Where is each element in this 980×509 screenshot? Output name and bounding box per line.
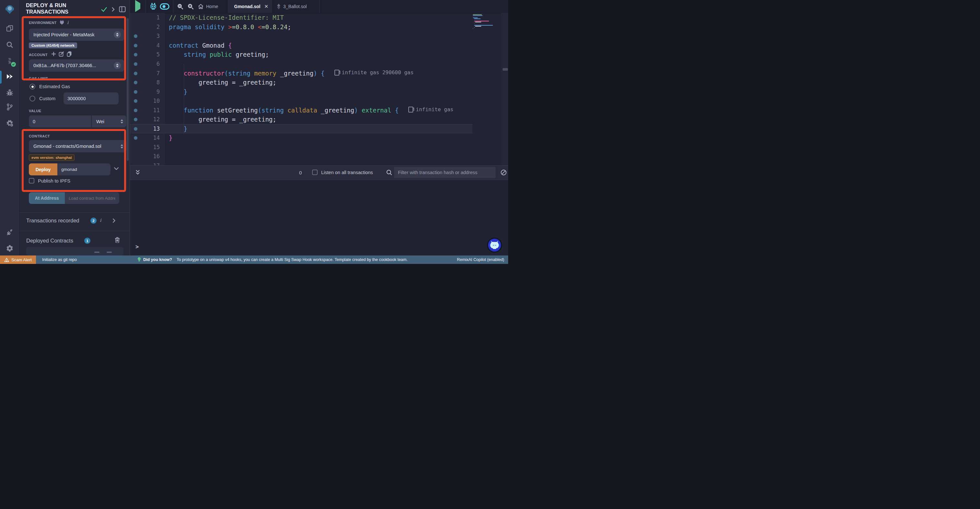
editor-minimap[interactable] (473, 14, 502, 32)
git-icon[interactable] (6, 103, 14, 111)
publish-ipfs-checkbox[interactable] (29, 178, 34, 183)
environment-select[interactable]: Injected Provider - MetaMask (29, 29, 124, 41)
clear-deployed-trash-icon[interactable] (115, 237, 120, 243)
code-line[interactable]: 7 constructor(string memory _greeting) {… (130, 69, 508, 78)
code-line[interactable]: 8 greeting = _greeting; (130, 78, 508, 87)
robot-face-icon (490, 241, 500, 249)
account-label: ACCOUNT (29, 53, 48, 57)
code-line[interactable]: 17 (130, 161, 508, 165)
code-viewport[interactable]: 1// SPDX-License-Identifier: MIT2pragma … (130, 13, 508, 165)
remixai-copilot-status[interactable]: RemixAI Copilot (enabled) (457, 255, 504, 264)
code-line[interactable]: 4contract Gmonad { (130, 41, 508, 50)
environment-info-icon[interactable]: i (67, 20, 68, 25)
code-line[interactable]: 16 (130, 152, 508, 161)
gas-pump-icon (408, 107, 413, 113)
run-script-button[interactable] (135, 3, 140, 9)
solidity-file-icon (277, 3, 281, 10)
gutter-dot[interactable] (134, 90, 137, 94)
at-address-input[interactable] (65, 192, 119, 204)
at-address-button[interactable]: At Address (29, 192, 65, 204)
git-init-button[interactable]: Initialize as git repo (42, 255, 77, 264)
remixai-robot-icon[interactable] (150, 3, 157, 10)
code-line[interactable]: 14} (130, 133, 508, 143)
editor-tabbar: Home Gmonad.sol ✕ 3_Ballot.sol (130, 0, 508, 13)
transactions-expand-chevron-icon[interactable] (113, 218, 115, 223)
code-line[interactable]: 12 greeting = _greeting; (130, 115, 508, 124)
code-line[interactable]: 11 function setGreeting(string calldata … (130, 105, 508, 115)
expand-terminal-icon[interactable] (135, 169, 140, 176)
custom-gas-input[interactable] (64, 93, 119, 104)
gutter-dot[interactable] (134, 99, 137, 103)
solidity-compiler-icon[interactable] (6, 57, 14, 65)
value-unit-select[interactable]: Wei (92, 115, 126, 128)
add-account-icon[interactable] (51, 51, 56, 56)
gutter-dot[interactable] (134, 62, 137, 66)
tab-home[interactable]: Home (194, 0, 222, 13)
transactions-info-icon[interactable]: i (100, 217, 101, 223)
deployed-contracts-label: Deployed Contracts (26, 238, 73, 244)
expand-icon[interactable] (107, 252, 112, 253)
edit-account-icon[interactable] (59, 51, 64, 57)
zoom-out-icon[interactable] (177, 3, 184, 10)
deploy-run-icon[interactable] (6, 73, 14, 80)
deploy-arg-input[interactable] (57, 163, 110, 176)
gutter-dot[interactable] (134, 109, 137, 112)
gutter-dot[interactable] (134, 72, 137, 75)
code-line[interactable]: 1// SPDX-License-Identifier: MIT (130, 13, 508, 22)
environment-plug-icon[interactable] (60, 20, 64, 25)
remix-logo-icon[interactable] (5, 5, 14, 14)
custom-gas-radio[interactable] (30, 96, 35, 102)
transaction-filter-input[interactable] (394, 167, 495, 178)
code-line[interactable]: 15 (130, 143, 508, 152)
scam-alert-button[interactable]: Scam Alert (0, 255, 36, 264)
terminal-search-icon[interactable] (386, 169, 393, 176)
code-line[interactable]: 9 } (130, 87, 508, 96)
copy-account-icon[interactable] (67, 51, 72, 57)
listen-transactions-checkbox[interactable] (312, 169, 318, 175)
debugger-icon[interactable] (6, 89, 14, 97)
tab-ballot[interactable]: 3_Ballot.sol (273, 0, 320, 13)
close-tab-icon[interactable]: ✕ (264, 3, 268, 10)
code-line[interactable]: 6 (130, 59, 508, 69)
file-explorer-icon[interactable] (6, 25, 14, 32)
tab-gmonad[interactable]: Gmonad.sol ✕ (227, 0, 272, 13)
gutter-dot[interactable] (134, 81, 137, 84)
editor-scrollbar-thumb[interactable] (503, 68, 508, 71)
settings-icon[interactable] (6, 244, 14, 252)
warning-triangle-icon (4, 258, 9, 262)
gutter-dot[interactable] (134, 127, 137, 131)
deployed-contract-row[interactable] (26, 247, 124, 255)
panel-collapse-chevron-icon[interactable] (111, 7, 115, 12)
search-icon[interactable] (6, 41, 14, 49)
gutter-dot[interactable] (134, 53, 137, 56)
estimated-gas-radio[interactable] (30, 84, 35, 89)
pin-panel-icon[interactable] (119, 6, 126, 12)
gutter-dot[interactable] (134, 136, 137, 140)
value-input[interactable] (29, 115, 91, 128)
terminal-output[interactable]: > (130, 180, 508, 255)
contract-select[interactable]: Gmonad - contracts/Gmonad.sol (29, 140, 126, 152)
minimize-icon[interactable] (94, 252, 100, 253)
zoom-in-icon[interactable] (187, 3, 194, 10)
clear-console-icon[interactable] (500, 169, 507, 176)
expand-deploy-chevron-icon[interactable] (114, 167, 119, 170)
copilot-toggle-icon[interactable] (160, 3, 170, 10)
code-line[interactable]: 2pragma solidity >=0.8.0 <=0.8.24; (130, 22, 508, 32)
gutter-dot[interactable] (134, 118, 137, 121)
account-select[interactable]: 0xB1a...AF67b (7037.30466... (29, 59, 124, 72)
tab-ballot-label: 3_Ballot.sol (283, 4, 307, 9)
deploy-button[interactable]: Deploy (29, 163, 57, 176)
code-line[interactable]: 3 (130, 32, 508, 41)
code-line[interactable]: 13 } (130, 124, 508, 134)
editor-scrollbar-lane[interactable] (501, 13, 508, 165)
transactions-count-badge: 2 (91, 217, 97, 224)
code-line[interactable]: 5 string public greeting; (130, 50, 508, 59)
panel-scrollbar[interactable] (127, 18, 129, 161)
remixai-assistant-bubble[interactable] (487, 238, 502, 252)
deployed-count-badge: 1 (84, 238, 91, 244)
gutter-dot[interactable] (134, 34, 137, 38)
plugin-manager-icon[interactable] (6, 119, 14, 127)
plugin-connect-icon[interactable] (6, 228, 14, 236)
gutter-dot[interactable] (134, 44, 137, 47)
code-line[interactable]: 10 (130, 96, 508, 106)
